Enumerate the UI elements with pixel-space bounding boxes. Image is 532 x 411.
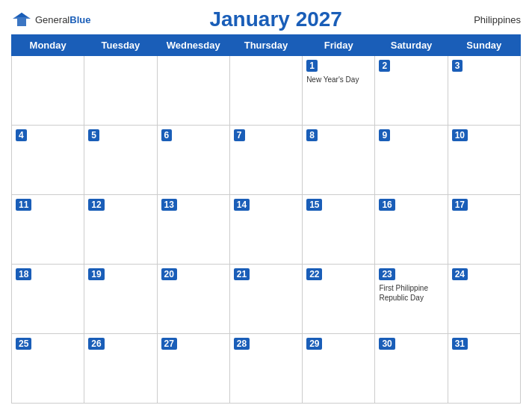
calendar-cell: 20 <box>157 265 229 334</box>
calendar-cell <box>12 56 84 126</box>
calendar-cell: 1New Year's Day <box>303 56 375 126</box>
calendar-cell: 6 <box>157 126 229 195</box>
logo-text: GeneralBlue <box>35 13 90 26</box>
day-number: 11 <box>16 199 31 211</box>
day-number: 20 <box>161 268 177 280</box>
calendar-cell <box>157 56 229 126</box>
day-number: 1 <box>306 60 318 72</box>
day-number: 4 <box>16 129 27 141</box>
calendar-table: MondayTuesdayWednesdayThursdayFridaySatu… <box>11 34 521 404</box>
calendar-cell: 13 <box>157 195 229 265</box>
calendar-title: January 2027 <box>90 7 461 31</box>
calendar-cell <box>229 56 302 126</box>
calendar-cell: 5 <box>84 126 157 195</box>
calendar-cell: 16 <box>375 195 448 265</box>
calendar-cell: 24 <box>448 265 520 334</box>
logo-blue: Blue <box>69 14 90 25</box>
day-number: 13 <box>161 199 177 211</box>
day-number: 14 <box>234 199 250 211</box>
calendar-cell: 9 <box>375 126 448 195</box>
day-number: 19 <box>88 268 104 280</box>
day-number: 6 <box>161 129 173 141</box>
calendar-cell: 11 <box>12 195 84 265</box>
calendar-cell: 12 <box>84 195 157 265</box>
logo: GeneralBlue <box>11 11 90 28</box>
day-number: 5 <box>88 129 99 141</box>
calendar-header: GeneralBlue January 2027 Philippines <box>11 7 521 31</box>
day-number: 2 <box>379 60 390 72</box>
logo-bird-icon <box>11 11 32 28</box>
weekday-header-wednesday: Wednesday <box>157 35 229 56</box>
weekday-header-sunday: Sunday <box>448 35 520 56</box>
svg-marker-1 <box>16 13 28 17</box>
logo-general: General <box>35 14 69 25</box>
day-number: 15 <box>306 199 322 211</box>
calendar-cell: 21 <box>229 265 302 334</box>
calendar-cell: 14 <box>229 195 302 265</box>
day-number: 21 <box>234 268 250 280</box>
week-row-5: 25262728293031 <box>12 334 521 404</box>
weekday-header-friday: Friday <box>303 35 375 56</box>
weekday-header-tuesday: Tuesday <box>84 35 157 56</box>
calendar-cell: 17 <box>448 195 520 265</box>
weekday-header-saturday: Saturday <box>375 35 448 56</box>
calendar-cell <box>84 56 157 126</box>
day-number: 29 <box>306 338 322 350</box>
day-number: 8 <box>306 129 318 141</box>
calendar-cell: 27 <box>157 334 229 404</box>
calendar-cell: 7 <box>229 126 302 195</box>
week-row-1: 1New Year's Day23 <box>12 56 521 126</box>
calendar-cell: 26 <box>84 334 157 404</box>
calendar-cell: 4 <box>12 126 84 195</box>
day-number: 27 <box>161 338 177 350</box>
day-number: 31 <box>452 338 468 350</box>
day-number: 25 <box>16 338 31 350</box>
calendar-cell: 22 <box>303 265 375 334</box>
day-number: 16 <box>379 199 395 211</box>
day-number: 23 <box>379 268 395 280</box>
day-number: 7 <box>234 129 245 141</box>
calendar-cell: 25 <box>12 334 84 404</box>
calendar-cell: 3 <box>448 56 520 126</box>
weekday-header-row: MondayTuesdayWednesdayThursdayFridaySatu… <box>12 35 521 56</box>
calendar-cell: 31 <box>448 334 520 404</box>
calendar-cell: 15 <box>303 195 375 265</box>
day-number: 28 <box>234 338 250 350</box>
calendar-cell: 18 <box>12 265 84 334</box>
country-label: Philippines <box>461 14 521 25</box>
calendar-cell: 28 <box>229 334 302 404</box>
calendar-cell: 23First Philippine Republic Day <box>375 265 448 334</box>
day-number: 22 <box>306 268 322 280</box>
calendar-cell: 29 <box>303 334 375 404</box>
holiday-name: New Year's Day <box>306 75 371 84</box>
week-row-2: 45678910 <box>12 126 521 195</box>
day-number: 10 <box>452 129 468 141</box>
calendar-cell: 30 <box>375 334 448 404</box>
holiday-name: First Philippine Republic Day <box>379 283 443 303</box>
weekday-header-monday: Monday <box>12 35 84 56</box>
day-number: 3 <box>452 60 463 72</box>
calendar-cell: 19 <box>84 265 157 334</box>
day-number: 18 <box>16 268 31 280</box>
day-number: 17 <box>452 199 468 211</box>
day-number: 26 <box>88 338 104 350</box>
day-number: 24 <box>452 268 468 280</box>
week-row-4: 181920212223First Philippine Republic Da… <box>12 265 521 334</box>
day-number: 30 <box>379 338 395 350</box>
day-number: 12 <box>88 199 104 211</box>
weekday-header-thursday: Thursday <box>229 35 302 56</box>
calendar-cell: 10 <box>448 126 520 195</box>
week-row-3: 11121314151617 <box>12 195 521 265</box>
calendar-cell: 2 <box>375 56 448 126</box>
day-number: 9 <box>379 129 390 141</box>
calendar-cell: 8 <box>303 126 375 195</box>
